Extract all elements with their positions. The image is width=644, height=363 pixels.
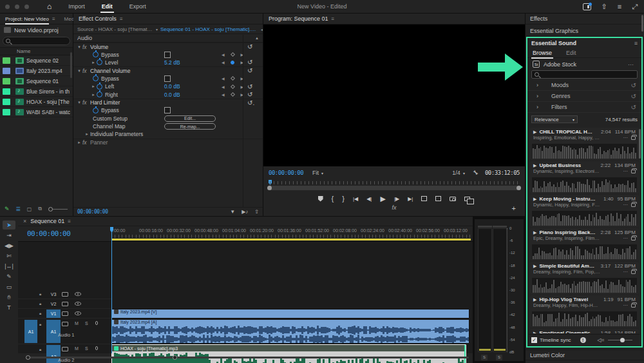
track-target-v1[interactable]: V1 bbox=[46, 309, 61, 318]
stopwatch-icon[interactable] bbox=[93, 52, 99, 57]
stock-track-card[interactable]: ▶Simple Beautiful Ambient ...3:17122 BPM… bbox=[530, 262, 639, 294]
track-list-scrollbar[interactable] bbox=[639, 129, 641, 159]
param-checkbox[interactable] bbox=[164, 52, 171, 58]
collapse-icon[interactable]: ▲ bbox=[255, 36, 259, 40]
stopwatch-icon[interactable] bbox=[93, 108, 99, 113]
mute-button[interactable]: M bbox=[75, 321, 79, 326]
toggle-track-output-icon[interactable] bbox=[75, 311, 81, 315]
fx-button[interactable]: fx bbox=[263, 204, 525, 211]
loudness-info-icon[interactable]: ! bbox=[580, 337, 586, 343]
track-target-a1[interactable]: A1 bbox=[46, 320, 61, 343]
cart-icon[interactable] bbox=[631, 237, 636, 240]
label-color-swatch[interactable] bbox=[3, 109, 10, 115]
export-frame-icon[interactable]: ⇧ bbox=[254, 209, 259, 215]
effect-row-bypass[interactable]: Bypass◀▶ bbox=[73, 50, 263, 58]
type-tool[interactable]: T bbox=[3, 303, 15, 312]
clip-italy-video[interactable]: Italy 2023.mp4 [V] bbox=[111, 309, 469, 319]
prev-keyframe-icon[interactable]: ◀ bbox=[222, 84, 225, 89]
settings-wrench-icon[interactable]: 🔧︎ bbox=[473, 170, 478, 176]
cart-icon[interactable] bbox=[631, 304, 636, 308]
step-back-icon[interactable]: ◀| bbox=[366, 196, 372, 202]
voiceover-record-icon[interactable] bbox=[95, 321, 98, 325]
video-track-header-v3[interactable]: 🔒︎V3 bbox=[18, 289, 111, 299]
play-icon[interactable]: ▶ bbox=[533, 130, 536, 135]
scrubber-knob-right[interactable] bbox=[516, 186, 521, 190]
list-view-icon[interactable]: ☰ bbox=[16, 206, 21, 212]
prev-keyframe-icon[interactable]: ◀ bbox=[222, 76, 225, 81]
label-color-swatch[interactable] bbox=[3, 88, 10, 95]
lock-icon[interactable]: 🔒︎ bbox=[39, 322, 41, 327]
effects-panel-tab[interactable]: Effects bbox=[526, 14, 644, 25]
project-item[interactable]: HOAX - soju [The bbox=[0, 97, 73, 107]
play-audio-icon[interactable]: ▶♪ bbox=[242, 209, 248, 215]
cart-icon[interactable] bbox=[631, 136, 636, 140]
prev-keyframe-icon[interactable]: ◀ bbox=[222, 92, 225, 97]
close-icon[interactable]: × bbox=[23, 218, 26, 224]
stock-track-card[interactable]: ▶Hip-Hop Vlog Travel1:1991 BPMDreamy, Ha… bbox=[530, 295, 639, 328]
tab-browse[interactable]: Browse bbox=[533, 50, 552, 56]
more-options-icon[interactable]: ··· bbox=[623, 269, 629, 275]
twirl-icon[interactable]: ▸ bbox=[90, 60, 97, 65]
effect-row-bypass[interactable]: Bypass bbox=[73, 106, 263, 114]
project-file-row[interactable]: New Video.prproj bbox=[0, 25, 73, 35]
stopwatch-icon[interactable] bbox=[97, 84, 102, 90]
window-zoom-icon[interactable] bbox=[24, 5, 29, 9]
voiceover-record-icon[interactable] bbox=[95, 346, 98, 350]
right-panel-scrollbar[interactable] bbox=[641, 15, 643, 32]
project-item[interactable]: Blue Sirens - in th bbox=[0, 86, 73, 97]
scrubber-bar[interactable] bbox=[267, 186, 521, 190]
hand-tool[interactable]: ✋︎ bbox=[3, 293, 15, 302]
audio-section-header[interactable]: Audio ▲ bbox=[73, 34, 263, 43]
playback-resolution-dropdown[interactable]: 1/4 ▾ bbox=[452, 170, 465, 176]
stock-track-card[interactable]: ▶Emotional Cinematic1:58124 BPM··· bbox=[530, 329, 639, 333]
param-checkbox[interactable] bbox=[164, 75, 171, 82]
lock-icon[interactable]: 🔒︎ bbox=[39, 348, 41, 352]
comparison-view-icon[interactable] bbox=[464, 197, 470, 201]
writable-pencil-icon[interactable]: ✎ bbox=[5, 206, 10, 212]
scrubber-knob-left[interactable] bbox=[267, 186, 272, 190]
project-search-input[interactable] bbox=[3, 37, 70, 45]
essential-graphics-tab[interactable]: Essential Graphics bbox=[526, 26, 644, 37]
cart-icon[interactable] bbox=[631, 170, 636, 173]
add-marker-icon[interactable] bbox=[318, 196, 323, 202]
solo-button[interactable]: S bbox=[85, 321, 88, 326]
sync-lock-icon[interactable] bbox=[62, 322, 68, 326]
reset-icon[interactable]: ↺ bbox=[247, 43, 252, 50]
prev-keyframe-icon[interactable]: ◀ bbox=[222, 52, 225, 57]
project-item[interactable]: Sequence 02 bbox=[0, 55, 73, 66]
effect-row-left[interactable]: ▸Left0.0 dB◀▶↺ bbox=[73, 83, 263, 90]
effect-row-level[interactable]: ▸Level5.2 dB◀▶↺ bbox=[73, 59, 263, 66]
filter-icon[interactable]: ▼ bbox=[230, 209, 235, 215]
sync-lock-icon[interactable] bbox=[62, 302, 68, 306]
slip-tool[interactable]: |↔| bbox=[3, 262, 15, 271]
reset-icon[interactable]: ↺ bbox=[247, 83, 252, 90]
rectangle-tool[interactable]: ▭ bbox=[3, 282, 15, 291]
home-icon[interactable]: ⌂ bbox=[47, 2, 52, 11]
more-options-icon[interactable]: ··· bbox=[623, 168, 629, 174]
sync-lock-icon[interactable] bbox=[62, 311, 68, 316]
add-keyframe-icon[interactable] bbox=[230, 76, 234, 81]
twirl-icon[interactable]: ▸ bbox=[90, 84, 97, 89]
go-to-in-icon[interactable]: |◀ bbox=[353, 196, 358, 202]
menu-import[interactable]: Import bbox=[68, 3, 85, 10]
preview-volume-slider[interactable] bbox=[608, 340, 632, 340]
tab-effect-controls[interactable]: Effect Controls bbox=[79, 15, 117, 22]
label-color-swatch[interactable] bbox=[3, 99, 10, 105]
play-icon[interactable]: ▶ bbox=[533, 331, 536, 334]
panel-menu-icon[interactable]: ≡ bbox=[332, 16, 335, 22]
project-item[interactable]: WABI SABI - watc bbox=[0, 107, 73, 117]
lock-icon[interactable]: 🔒︎ bbox=[39, 292, 41, 297]
solo-button-left[interactable]: S bbox=[481, 355, 488, 360]
label-color-swatch[interactable] bbox=[3, 78, 10, 84]
selection-tool[interactable]: ➤ bbox=[3, 221, 15, 230]
timeline-playhead[interactable] bbox=[111, 227, 112, 353]
mark-out-icon[interactable]: } bbox=[342, 195, 345, 202]
effect-row-custom-setup[interactable]: Custom SetupEdit... bbox=[73, 115, 263, 123]
stopwatch-icon[interactable] bbox=[93, 75, 99, 81]
stock-track-card[interactable]: ▶Upbeat Business2:22134 BPMDynamic, Insp… bbox=[530, 161, 639, 193]
play-icon[interactable]: ▶ bbox=[380, 195, 385, 203]
twirl-icon[interactable]: ▾ bbox=[76, 68, 82, 74]
reset-icon[interactable]: ↺ bbox=[247, 91, 252, 98]
menu-export[interactable]: Export bbox=[129, 3, 146, 10]
export-frame-icon[interactable] bbox=[450, 197, 456, 201]
